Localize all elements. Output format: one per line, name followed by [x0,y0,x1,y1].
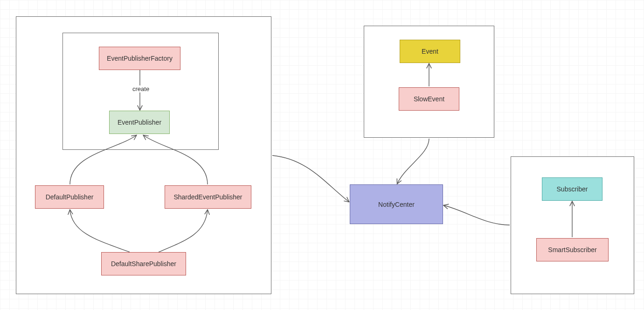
node-subscriber: Subscriber [542,177,602,201]
node-default-share-publisher: DefaultSharePublisher [101,252,186,275]
node-label: ShardedEventPublisher [173,193,242,201]
node-label: SmartSubscriber [548,246,596,254]
node-event-publisher: EventPublisher [109,111,170,134]
edge-publishergroup-to-notifycenter [272,155,349,202]
node-default-publisher: DefaultPublisher [35,185,104,209]
edge-label-text: create [132,85,149,92]
node-label: EventPublisher [118,119,161,126]
node-label: DefaultPublisher [46,193,94,201]
node-label: NotifyCenter [378,201,415,208]
node-notify-center: NotifyCenter [350,184,443,224]
edge-subscribergroup-to-notifycenter [444,205,510,225]
node-slow-event: SlowEvent [399,87,459,111]
node-label: EventPublisherFactory [107,55,173,62]
node-event-publisher-factory: EventPublisherFactory [99,47,180,70]
node-label: SlowEvent [414,95,444,103]
node-smart-subscriber: SmartSubscriber [536,238,609,261]
edge-label-create: create [131,85,151,92]
node-event: Event [400,40,460,63]
edge-eventgroup-to-notifycenter [397,139,429,183]
node-label: Subscriber [557,185,588,193]
node-label: Event [422,48,438,55]
node-label: DefaultSharePublisher [111,260,176,268]
node-sharded-event-publisher: ShardedEventPublisher [165,185,251,209]
